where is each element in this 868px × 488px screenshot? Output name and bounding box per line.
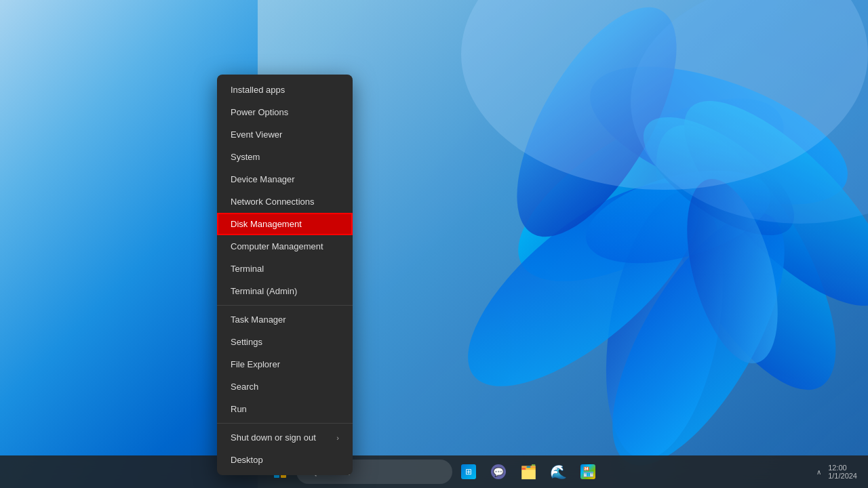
svg-point-5 — [437, 149, 729, 420]
svg-point-7 — [655, 72, 868, 336]
svg-point-11 — [670, 169, 795, 373]
menu-separator — [217, 305, 353, 306]
svg-point-13 — [631, 0, 868, 224]
submenu-arrow-shut-down: › — [336, 434, 339, 442]
svg-point-4 — [587, 182, 741, 468]
menu-item-task-manager[interactable]: Task Manager — [217, 308, 353, 331]
menu-item-terminal[interactable]: Terminal — [217, 258, 353, 280]
menu-item-label-installed-apps: Installed apps — [231, 85, 285, 95]
svg-point-1 — [491, 62, 810, 317]
menu-separator — [217, 423, 353, 424]
context-menu: Installed appsPower OptionsEvent ViewerS… — [217, 75, 353, 475]
taskbar-clock: 12:001/1/2024 — [828, 464, 857, 480]
menu-item-label-run: Run — [231, 404, 247, 414]
menu-item-installed-apps[interactable]: Installed apps — [217, 79, 353, 101]
desktop-background-overlay — [0, 0, 868, 488]
menu-item-label-file-explorer: File Explorer — [231, 359, 280, 369]
menu-item-terminal-admin[interactable]: Terminal (Admin) — [217, 280, 353, 302]
edge-icon: 🌊 — [551, 464, 566, 479]
menu-item-label-search: Search — [231, 382, 258, 392]
taskbar-chat-button[interactable]: 💬 — [485, 458, 512, 485]
menu-item-settings[interactable]: Settings — [217, 331, 353, 353]
menu-item-disk-management[interactable]: Disk Management — [217, 213, 353, 235]
store-icon: 🏪 — [580, 464, 595, 479]
taskbar-widgets-button[interactable]: ⊞ — [455, 458, 482, 485]
menu-item-computer-management[interactable]: Computer Management — [217, 235, 353, 258]
menu-item-label-network-connections: Network Connections — [231, 197, 315, 207]
svg-point-12 — [461, 0, 868, 190]
menu-item-label-power-options: Power Options — [231, 107, 288, 117]
menu-item-label-terminal: Terminal — [231, 264, 264, 274]
menu-item-label-computer-management: Computer Management — [231, 241, 323, 251]
menu-item-label-system: System — [231, 152, 260, 162]
menu-item-label-event-viewer: Event Viewer — [231, 129, 282, 140]
menu-item-desktop[interactable]: Desktop — [217, 449, 353, 471]
menu-item-device-manager[interactable]: Device Manager — [217, 168, 353, 190]
taskbar: Search ⊞ 💬 🗂️ 🌊 🏪 — [0, 455, 868, 488]
chat-icon: 💬 — [491, 464, 506, 479]
svg-point-3 — [621, 100, 868, 415]
menu-item-shut-down[interactable]: Shut down or sign out› — [217, 426, 353, 449]
menu-item-search[interactable]: Search — [217, 375, 353, 398]
svg-point-9 — [576, 153, 781, 281]
menu-item-label-shut-down: Shut down or sign out — [231, 432, 316, 443]
svg-point-10 — [625, 95, 812, 257]
menu-item-label-device-manager: Device Manager — [231, 174, 295, 184]
taskbar-edge-button[interactable]: 🌊 — [545, 458, 572, 485]
svg-point-6 — [486, 0, 709, 261]
svg-point-8 — [579, 188, 818, 488]
menu-item-label-settings: Settings — [231, 337, 262, 347]
show-hidden-icons-button[interactable]: ∧ — [812, 458, 825, 485]
menu-item-system[interactable]: System — [217, 146, 353, 168]
menu-item-label-task-manager: Task Manager — [231, 314, 286, 325]
menu-item-power-options[interactable]: Power Options — [217, 101, 353, 123]
menu-item-event-viewer[interactable]: Event Viewer — [217, 123, 353, 146]
taskbar-right-area: ∧ 12:001/1/2024 — [812, 458, 857, 485]
menu-item-run[interactable]: Run — [217, 398, 353, 420]
taskbar-store-button[interactable]: 🏪 — [574, 458, 601, 485]
widgets-icon: ⊞ — [461, 464, 476, 479]
taskbar-file-explorer-button[interactable]: 🗂️ — [515, 458, 542, 485]
menu-item-label-desktop: Desktop — [231, 455, 263, 465]
menu-item-label-disk-management: Disk Management — [231, 219, 302, 229]
desktop: Installed appsPower OptionsEvent ViewerS… — [0, 0, 868, 488]
menu-item-file-explorer[interactable]: File Explorer — [217, 353, 353, 375]
folder-icon: 🗂️ — [521, 464, 536, 479]
svg-point-2 — [573, 38, 865, 232]
menu-item-network-connections[interactable]: Network Connections — [217, 190, 353, 213]
menu-item-label-terminal-admin: Terminal (Admin) — [231, 286, 297, 296]
